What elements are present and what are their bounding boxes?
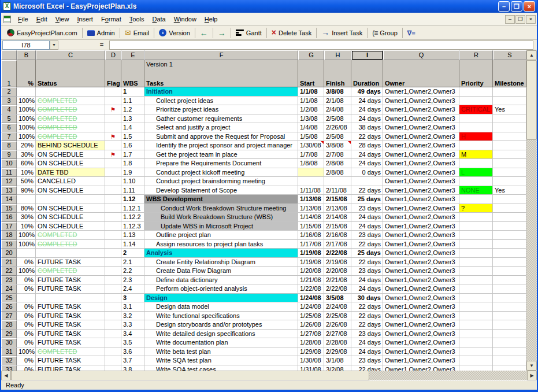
cell-percent[interactable]: 80%: [17, 204, 36, 213]
cell-milestone[interactable]: [493, 177, 526, 186]
cell-start[interactable]: 1/1/08: [298, 97, 324, 106]
row-header[interactable]: 4: [1, 105, 17, 114]
cell-flag[interactable]: [105, 177, 121, 186]
cell-percent[interactable]: 90%: [17, 186, 36, 195]
cell-status[interactable]: COMPLETED: [36, 347, 105, 357]
cell-duration[interactable]: 22 days: [351, 365, 383, 371]
cell-task[interactable]: Write beta test plan: [144, 347, 298, 357]
cell-milestone[interactable]: [493, 320, 526, 330]
row-header[interactable]: 26: [1, 302, 17, 312]
cell-percent[interactable]: 20%: [17, 141, 36, 150]
cell-flag[interactable]: [105, 365, 121, 371]
cell-flag[interactable]: [105, 231, 121, 240]
cell-wbs[interactable]: 3.5: [121, 338, 144, 347]
cell-task[interactable]: Design storyboards and/or prototypes: [144, 320, 298, 330]
cell-milestone[interactable]: [493, 338, 526, 347]
cell-status[interactable]: [36, 294, 105, 303]
toolbar-button-email[interactable]: ✉Email: [121, 28, 153, 38]
header-priority[interactable]: Priority: [459, 60, 493, 87]
toolbar-button-arrow-left[interactable]: ←: [196, 28, 212, 38]
cell-milestone[interactable]: [493, 213, 526, 222]
column-header-e[interactable]: E: [121, 50, 144, 60]
cell-duration[interactable]: 22 days: [351, 240, 383, 249]
cell-task[interactable]: Conduct project brainstorming meeting: [144, 177, 298, 186]
cell-start[interactable]: 1/15/08: [298, 222, 324, 231]
cell-owner[interactable]: Owner1,Owner2,Owner3: [383, 365, 459, 371]
cell-owner[interactable]: Owner1,Owner2,Owner3: [383, 330, 459, 339]
cell-finish[interactable]: 2/1/08: [324, 97, 351, 106]
row-header[interactable]: 33: [1, 365, 17, 371]
cell-start[interactable]: 1/30/08: [298, 141, 324, 150]
sheet-minimize-icon[interactable]: –: [505, 15, 515, 24]
cell-duration[interactable]: 25 days: [351, 249, 383, 258]
toolbar-button-version[interactable]: iVersion: [155, 28, 194, 38]
cell-start[interactable]: 1/24/08: [298, 294, 324, 303]
cell-flag[interactable]: [105, 338, 121, 347]
cell-finish[interactable]: 2/19/08: [324, 258, 351, 267]
cell-milestone[interactable]: [493, 240, 526, 249]
row-header[interactable]: 1: [1, 60, 17, 87]
cell-wbs[interactable]: 3.1: [121, 302, 144, 312]
column-header-c[interactable]: C: [36, 50, 105, 60]
cell-wbs[interactable]: 1.12.1: [121, 204, 144, 213]
cell-finish[interactable]: 2/24/08: [324, 302, 351, 312]
cell-task[interactable]: Outline project plan: [144, 231, 298, 240]
cell-status[interactable]: FUTURE TASK: [36, 365, 105, 371]
cell-finish[interactable]: 2/5/08: [324, 114, 351, 124]
cell-flag[interactable]: [105, 204, 121, 213]
cell-task[interactable]: Write documentation plan: [144, 338, 298, 347]
cell-owner[interactable]: Owner1,Owner2,Owner3: [383, 168, 459, 177]
cell-task[interactable]: Develop Statement of Scope: [144, 186, 298, 195]
cell-owner[interactable]: Owner1,Owner2,Owner3: [383, 284, 459, 294]
cell-duration[interactable]: 22 days: [351, 320, 383, 330]
cell-duration[interactable]: 0 days: [351, 168, 383, 177]
cell-start[interactable]: 1/16/08: [298, 231, 324, 240]
cell-finish[interactable]: 2/7/08: [324, 150, 351, 160]
cell-start[interactable]: 1/4/08: [298, 123, 324, 132]
row-header[interactable]: 15: [1, 204, 17, 213]
menu-tools[interactable]: Tools: [125, 14, 149, 24]
cell-percent[interactable]: 100%: [17, 105, 36, 114]
cell-priority[interactable]: [459, 356, 493, 365]
cell-percent[interactable]: 30%: [17, 150, 36, 160]
cell-duration[interactable]: 30 days: [351, 294, 383, 303]
cell-priority[interactable]: [459, 87, 493, 97]
cell-finish[interactable]: 2/28/08: [324, 338, 351, 347]
scroll-up-icon[interactable]: ▲: [526, 50, 537, 60]
cell-task[interactable]: Assign resources to project plan tasks: [144, 240, 298, 249]
cell-duration[interactable]: [351, 177, 383, 186]
sheet-close-icon[interactable]: ×: [526, 15, 536, 24]
cell-priority[interactable]: [459, 312, 493, 321]
formula-input[interactable]: [109, 40, 533, 50]
cell-flag[interactable]: [105, 267, 121, 276]
sheet-restore-icon[interactable]: ❐: [515, 15, 525, 24]
cell-wbs[interactable]: 1.14: [121, 240, 144, 249]
menu-view[interactable]: View: [51, 14, 73, 24]
cell-duration[interactable]: 24 days: [351, 347, 383, 357]
cell-percent[interactable]: 100%: [17, 123, 36, 132]
cell-milestone[interactable]: [493, 294, 526, 303]
header-owner[interactable]: Owner: [383, 60, 459, 87]
cell-milestone[interactable]: [493, 204, 526, 213]
cell-percent[interactable]: 0%: [17, 338, 36, 347]
cell-owner[interactable]: Owner1,Owner2,Owner3: [383, 294, 459, 303]
toolbar-button-easyprojectplan-com[interactable]: EasyProjectPlan.com: [3, 28, 81, 38]
row-header[interactable]: 24: [1, 284, 17, 294]
cell-finish[interactable]: 2/8/08: [324, 168, 351, 177]
cell-finish[interactable]: 3/8/08: [324, 87, 351, 97]
cell-finish[interactable]: 2/22/08: [324, 249, 351, 258]
cell-priority[interactable]: [459, 114, 493, 124]
toolbar-button-admin[interactable]: Admin: [84, 28, 118, 38]
cell-duration[interactable]: 24 days: [351, 114, 383, 124]
toolbar-button-gantt[interactable]: Gantt: [232, 28, 265, 38]
cell-status[interactable]: COMPLETED: [36, 97, 105, 106]
cell-priority[interactable]: [459, 320, 493, 330]
row-header[interactable]: 9: [1, 150, 17, 160]
cell-owner[interactable]: Owner1,Owner2,Owner3: [383, 159, 459, 168]
row-header[interactable]: 29: [1, 330, 17, 339]
row-header[interactable]: 17: [1, 222, 17, 231]
scroll-down-icon[interactable]: ▼: [526, 361, 537, 371]
cell-start[interactable]: 1/20/08: [298, 267, 324, 276]
cell-task[interactable]: Build Work Breakdown Structure (WBS): [144, 213, 298, 222]
cell-wbs[interactable]: 1.5: [121, 132, 144, 142]
